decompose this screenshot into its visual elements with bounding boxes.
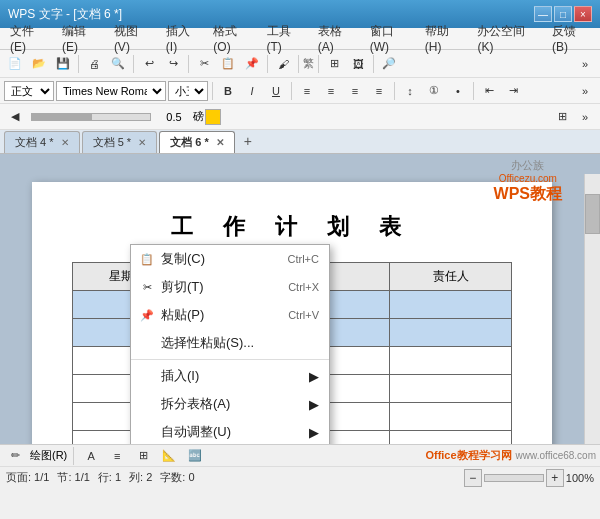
indent-inc-button[interactable]: ⇥ xyxy=(502,80,524,102)
page-title: 工 作 计 划 表 xyxy=(72,212,512,242)
menu-tools[interactable]: 工具(T) xyxy=(261,21,310,56)
more-button[interactable]: » xyxy=(574,53,596,75)
sep-f3 xyxy=(394,82,395,100)
cell-person xyxy=(390,403,512,431)
more3-button[interactable]: » xyxy=(574,106,596,128)
ctx-split-table[interactable]: 拆分表格(A) ▶ xyxy=(131,390,329,418)
new-button[interactable]: 📄 xyxy=(4,53,26,75)
color-picker-btn[interactable] xyxy=(205,109,221,125)
print-button[interactable]: 🖨 xyxy=(83,53,105,75)
zoom-slider[interactable] xyxy=(484,474,544,482)
tab-doc6-close[interactable]: ✕ xyxy=(216,137,224,148)
bullet-list-button[interactable]: • xyxy=(447,80,469,102)
open-button[interactable]: 📂 xyxy=(28,53,50,75)
scrollbar-thumb[interactable] xyxy=(585,194,600,234)
undo-button[interactable]: ↩ xyxy=(138,53,160,75)
ctx-copy-label: 复制(C) xyxy=(161,250,205,268)
cell-person xyxy=(390,375,512,403)
status-btn3[interactable]: ⊞ xyxy=(132,445,154,467)
status-sep1 xyxy=(73,447,74,465)
menu-feedback[interactable]: 反馈(B) xyxy=(546,21,596,56)
ctx-cut-shortcut: Ctrl+X xyxy=(288,281,319,293)
ctx-copy[interactable]: 📋 复制(C) Ctrl+C xyxy=(131,245,329,273)
menu-office-space[interactable]: 办公空间(K) xyxy=(471,21,544,56)
menu-help[interactable]: 帮助(H) xyxy=(419,21,470,56)
content-area: 办公族 Officezu.com WPS教程 工 作 计 划 表 星期 主要工作… xyxy=(0,154,600,444)
scrollbar-vertical[interactable] xyxy=(584,174,600,444)
menu-edit[interactable]: 编辑(E) xyxy=(56,21,106,56)
align-center-button[interactable]: ≡ xyxy=(320,80,342,102)
maximize-button[interactable]: □ xyxy=(554,6,572,22)
ctx-paste[interactable]: 📌 粘贴(P) Ctrl+V xyxy=(131,301,329,329)
bold-button[interactable]: B xyxy=(217,80,239,102)
split-table-arrow: ▶ xyxy=(309,397,319,412)
title-buttons: — □ × xyxy=(534,6,592,22)
line-spacing-button[interactable]: ↕ xyxy=(399,80,421,102)
status-btn1[interactable]: A xyxy=(80,445,102,467)
save-button[interactable]: 💾 xyxy=(52,53,74,75)
style-select[interactable]: 正文 xyxy=(4,81,54,101)
zoom-out-btn[interactable]: − xyxy=(464,469,482,487)
sep-2 xyxy=(133,55,134,73)
font-size-select[interactable]: 小五 xyxy=(168,81,208,101)
close-button[interactable]: × xyxy=(574,6,592,22)
ctx-insert[interactable]: 插入(I) ▶ xyxy=(131,362,329,390)
status-bar: ✏ 绘图(R) A ≡ ⊞ 📐 🔤 Office教程学习网 www.office… xyxy=(0,444,600,488)
paste-button[interactable]: 📌 xyxy=(241,53,263,75)
tab-doc4-close[interactable]: ✕ xyxy=(61,137,69,148)
tab-doc6-label: 文档 6 * xyxy=(170,136,209,148)
tab-doc4[interactable]: 文档 4 * ✕ xyxy=(4,131,80,153)
status-btn5[interactable]: 🔤 xyxy=(184,445,206,467)
cell-person xyxy=(390,431,512,445)
menu-table[interactable]: 表格(A) xyxy=(312,21,362,56)
ctx-auto-adjust[interactable]: 自动调整(U) ▶ xyxy=(131,418,329,444)
draw-btn[interactable]: ✏ xyxy=(4,445,26,467)
status-btn2[interactable]: ≡ xyxy=(106,445,128,467)
ruler-slider[interactable] xyxy=(31,113,151,121)
tab-doc5-label: 文档 5 * xyxy=(93,136,132,148)
find-button[interactable]: 🔎 xyxy=(378,53,400,75)
ctx-sep-1 xyxy=(131,359,329,360)
sep-7 xyxy=(373,55,374,73)
tab-doc6[interactable]: 文档 6 * ✕ xyxy=(159,131,235,153)
tab-bar: 文档 4 * ✕ 文档 5 * ✕ 文档 6 * ✕ + xyxy=(0,130,600,154)
zoom-controls: − + 100% xyxy=(464,469,594,487)
zoom-in-btn[interactable]: + xyxy=(546,469,564,487)
table-grid-btn[interactable]: ⊞ xyxy=(551,106,573,128)
align-right-button[interactable]: ≡ xyxy=(344,80,366,102)
ctx-special-paste[interactable]: 选择性粘贴(S)... xyxy=(131,329,329,357)
nav-back-button[interactable]: ◀ xyxy=(4,106,26,128)
add-tab-button[interactable]: + xyxy=(237,129,259,153)
menu-insert[interactable]: 插入(I) xyxy=(160,21,206,56)
print-preview-button[interactable]: 🔍 xyxy=(107,53,129,75)
minimize-button[interactable]: — xyxy=(534,6,552,22)
justify-button[interactable]: ≡ xyxy=(368,80,390,102)
numbered-list-button[interactable]: ① xyxy=(423,80,445,102)
menu-format[interactable]: 格式(O) xyxy=(207,21,258,56)
cut-button[interactable]: ✂ xyxy=(193,53,215,75)
underline-button[interactable]: U xyxy=(265,80,287,102)
more2-button[interactable]: » xyxy=(574,80,596,102)
status-btn4[interactable]: 📐 xyxy=(158,445,180,467)
format-painter[interactable]: 🖌 xyxy=(272,53,294,75)
ctx-cut[interactable]: ✂ 剪切(T) Ctrl+X xyxy=(131,273,329,301)
redo-button[interactable]: ↪ xyxy=(162,53,184,75)
tab-doc5-close[interactable]: ✕ xyxy=(138,137,146,148)
insert-image-button[interactable]: 🖼 xyxy=(347,53,369,75)
align-left-button[interactable]: ≡ xyxy=(296,80,318,102)
menu-file[interactable]: 文件(E) xyxy=(4,21,54,56)
tab-doc5[interactable]: 文档 5 * ✕ xyxy=(82,131,158,153)
indent-dec-button[interactable]: ⇤ xyxy=(478,80,500,102)
page-info: 页面: 1/1 xyxy=(6,470,49,485)
sep-f4 xyxy=(473,82,474,100)
insert-table-button[interactable]: ⊞ xyxy=(323,53,345,75)
font-name-select[interactable]: Times New Roman xyxy=(56,81,166,101)
copy-button[interactable]: 📋 xyxy=(217,53,239,75)
menu-window[interactable]: 窗口(W) xyxy=(364,21,417,56)
char-info: 字数: 0 xyxy=(160,470,194,485)
draw-label[interactable]: 绘图(R) xyxy=(30,448,67,463)
menu-view[interactable]: 视图(V) xyxy=(108,21,158,56)
italic-button[interactable]: I xyxy=(241,80,263,102)
insert-icon xyxy=(139,368,155,384)
toolbar-2: 正文 Times New Roman 小五 B I U ≡ ≡ ≡ ≡ ↕ ① … xyxy=(0,78,600,104)
